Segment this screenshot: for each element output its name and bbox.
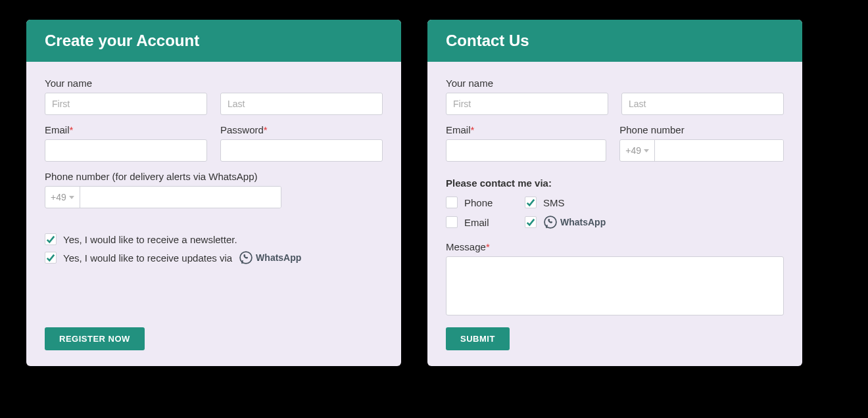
phone-country-code[interactable]: +49 bbox=[45, 187, 80, 208]
submit-button[interactable]: SUBMIT bbox=[446, 327, 510, 350]
phone-input-wrap: +49 bbox=[45, 186, 281, 208]
password-label: Password* bbox=[220, 124, 383, 135]
first-name-input[interactable] bbox=[446, 93, 608, 115]
last-name-input[interactable] bbox=[220, 93, 383, 115]
caret-down-icon bbox=[644, 149, 649, 152]
whatsapp-badge: WhatsApp bbox=[239, 250, 301, 265]
message-label: Message* bbox=[446, 241, 784, 252]
name-label: Your name bbox=[446, 78, 784, 89]
contact-pref-grid: Phone SMS Email bbox=[446, 197, 784, 229]
contact-pref-label: Please contact me via: bbox=[446, 177, 784, 189]
phone-number-input[interactable] bbox=[80, 187, 281, 208]
phone-number-input[interactable] bbox=[655, 140, 783, 161]
sms-checkbox[interactable] bbox=[525, 197, 537, 208]
whatsapp-icon bbox=[239, 250, 253, 265]
contact-us-card: Contact Us Your name Email* Phone number… bbox=[427, 20, 802, 366]
create-account-card: Create your Account Your name Email* Pas… bbox=[26, 20, 401, 366]
email-label: Email* bbox=[45, 124, 207, 135]
first-name-input[interactable] bbox=[45, 93, 207, 115]
newsletter-checkline: Yes, I would like to receive a newslette… bbox=[45, 233, 383, 245]
phone-checkbox[interactable] bbox=[446, 197, 458, 208]
check-icon bbox=[526, 218, 535, 227]
email-option-label: Email bbox=[464, 217, 489, 228]
phone-input-wrap: +49 bbox=[619, 139, 784, 162]
newsletter-text: Yes, I would like to receive a newslette… bbox=[63, 234, 237, 245]
check-icon bbox=[526, 198, 535, 207]
updates-checkbox[interactable] bbox=[45, 252, 57, 264]
sms-option-label: SMS bbox=[543, 197, 565, 208]
check-icon bbox=[46, 253, 55, 262]
whatsapp-icon bbox=[543, 215, 558, 229]
caret-down-icon bbox=[69, 196, 74, 199]
phone-label: Phone number (for delivery alerts via Wh… bbox=[45, 171, 383, 182]
updates-checkline: Yes, I would like to receive updates via… bbox=[45, 250, 383, 265]
last-name-input[interactable] bbox=[621, 93, 784, 115]
password-input[interactable] bbox=[220, 139, 383, 162]
register-button[interactable]: REGISTER NOW bbox=[45, 327, 145, 350]
updates-text: Yes, I would like to receive updates via bbox=[63, 252, 232, 264]
newsletter-checkbox[interactable] bbox=[45, 233, 57, 245]
message-textarea[interactable] bbox=[446, 256, 784, 315]
name-label: Your name bbox=[45, 78, 383, 89]
email-label: Email* bbox=[446, 124, 606, 135]
phone-label: Phone number bbox=[619, 124, 784, 135]
email-checkbox[interactable] bbox=[446, 216, 458, 228]
whatsapp-badge: WhatsApp bbox=[543, 215, 606, 229]
email-input[interactable] bbox=[45, 139, 207, 162]
check-icon bbox=[46, 235, 55, 244]
create-account-title: Create your Account bbox=[26, 20, 401, 62]
phone-country-code[interactable]: +49 bbox=[620, 140, 655, 161]
email-input[interactable] bbox=[446, 139, 606, 162]
contact-us-title: Contact Us bbox=[427, 20, 802, 62]
phone-option-label: Phone bbox=[464, 197, 493, 208]
whatsapp-checkbox[interactable] bbox=[525, 216, 537, 228]
